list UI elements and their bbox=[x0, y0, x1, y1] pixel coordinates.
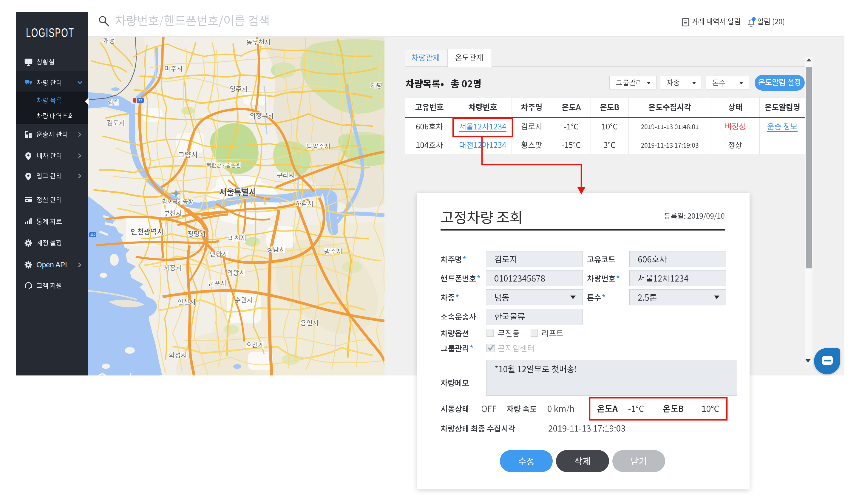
svg-text:110: 110 bbox=[90, 233, 95, 237]
svg-text:77: 77 bbox=[138, 98, 142, 103]
svg-text:Google: Google bbox=[97, 371, 139, 375]
